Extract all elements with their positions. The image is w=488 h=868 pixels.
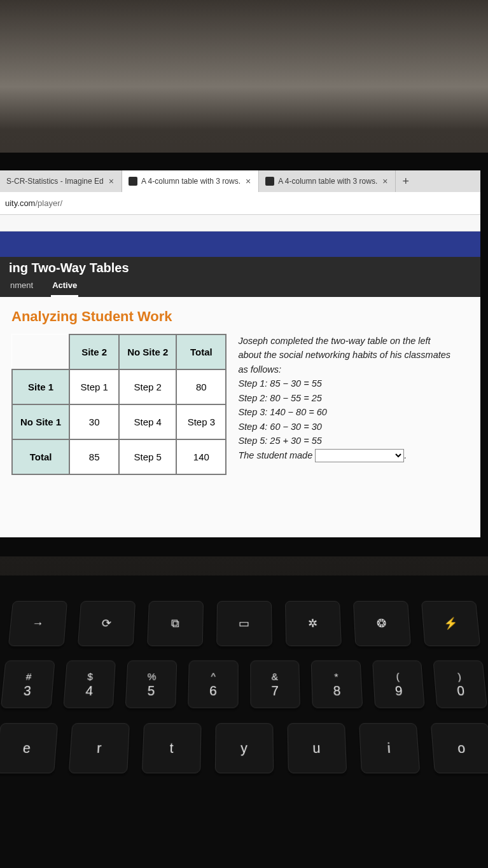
laptop-screen: S-CR-Statistics - Imagine Ed × A 4-colum… bbox=[0, 153, 488, 556]
table-cell: Step 2 bbox=[119, 369, 176, 404]
lesson-tab-active[interactable]: Active bbox=[51, 278, 78, 297]
table-cell: 80 bbox=[176, 369, 226, 404]
row-header: No Site 1 bbox=[12, 404, 69, 439]
key-9[interactable]: (9 bbox=[372, 661, 425, 708]
key-i[interactable]: i bbox=[359, 723, 420, 773]
address-domain: uity.com bbox=[5, 198, 35, 208]
key-7[interactable]: &7 bbox=[250, 661, 300, 708]
table-row: No Site 1 30 Step 4 Step 3 bbox=[12, 404, 226, 439]
app-header-bar bbox=[0, 231, 480, 257]
keyboard-letter-row: e r t y u i o bbox=[0, 723, 488, 773]
key-brightness-down[interactable]: ✲ bbox=[285, 601, 342, 646]
key-5[interactable]: %5 bbox=[125, 661, 177, 708]
section-title: Analyzing Student Work bbox=[11, 308, 469, 325]
lesson-tabs: nment Active bbox=[9, 278, 471, 297]
table-cell: Step 5 bbox=[119, 439, 176, 474]
key-8[interactable]: *8 bbox=[311, 661, 363, 708]
col-header: Total bbox=[176, 334, 226, 369]
favicon-icon bbox=[265, 177, 274, 186]
tab-title: A 4-column table with 3 rows. bbox=[278, 177, 377, 186]
step-line: Step 3: 140 − 80 = 60 bbox=[238, 405, 454, 419]
lesson-header: ing Two-Way Tables nment Active bbox=[0, 257, 480, 297]
table-cell: 30 bbox=[69, 404, 119, 439]
table-row: Total 85 Step 5 140 bbox=[12, 439, 226, 474]
laptop-keyboard: → ⟳ ⧉ ▭ ✲ ❂ ⚡ #3 $4 %5 ^6 &7 *8 (9 )0 e … bbox=[0, 575, 488, 868]
browser-tab-0[interactable]: S-CR-Statistics - Imagine Ed × bbox=[0, 170, 122, 192]
key-e[interactable]: e bbox=[0, 723, 58, 773]
key-brightness-up[interactable]: ❂ bbox=[353, 601, 411, 646]
close-icon[interactable]: × bbox=[381, 176, 389, 186]
key-6[interactable]: ^6 bbox=[188, 661, 238, 708]
step-line: Step 1: 85 − 30 = 55 bbox=[238, 376, 454, 390]
key-0[interactable]: )0 bbox=[433, 661, 487, 708]
step-line: Step 4: 60 − 30 = 30 bbox=[238, 420, 454, 434]
step-line: Step 2: 80 − 55 = 25 bbox=[238, 391, 454, 405]
row-header: Site 1 bbox=[12, 369, 69, 404]
table-cell: 85 bbox=[69, 439, 119, 474]
key-fn[interactable]: ⚡ bbox=[421, 601, 480, 646]
table-cell: Step 3 bbox=[176, 404, 226, 439]
bookmark-bar bbox=[0, 215, 480, 231]
table-cell: 140 bbox=[176, 439, 226, 474]
key-u[interactable]: u bbox=[287, 723, 347, 773]
browser-tab-2[interactable]: A 4-column table with 3 rows. × bbox=[259, 170, 396, 192]
tab-title: A 4-column table with 3 rows. bbox=[141, 177, 241, 186]
col-header: Site 2 bbox=[69, 334, 119, 369]
table-cell: Step 1 bbox=[69, 369, 119, 404]
key-4[interactable]: $4 bbox=[63, 661, 116, 708]
address-bar[interactable]: uity.com/player/ bbox=[0, 192, 480, 215]
explanation-lead: Joseph completed the two-way table on th… bbox=[238, 334, 454, 376]
col-header: No Site 2 bbox=[119, 334, 176, 369]
lesson-tab-assignment[interactable]: nment bbox=[9, 278, 34, 297]
table-cell: Step 4 bbox=[119, 404, 176, 439]
key-fullscreen[interactable]: ▭ bbox=[216, 601, 272, 646]
key-o[interactable]: o bbox=[430, 723, 488, 773]
table-row: Site 1 Step 1 Step 2 80 bbox=[12, 369, 226, 404]
favicon-icon bbox=[129, 177, 137, 186]
key-3[interactable]: #3 bbox=[1, 661, 55, 708]
key-arrow-right[interactable]: → bbox=[8, 601, 67, 646]
table-corner bbox=[12, 334, 69, 369]
explanation-panel: Joseph completed the two-way table on th… bbox=[238, 334, 454, 462]
answer-prompt: The student made . bbox=[238, 448, 454, 462]
address-path: /player/ bbox=[35, 198, 62, 208]
new-tab-button[interactable]: + bbox=[396, 175, 415, 188]
tab-title: S-CR-Statistics - Imagine Ed bbox=[6, 177, 104, 186]
key-overview[interactable]: ⧉ bbox=[147, 601, 204, 646]
close-icon[interactable]: × bbox=[108, 176, 115, 186]
answer-select[interactable] bbox=[315, 449, 404, 462]
browser-tab-1[interactable]: A 4-column table with 3 rows. × bbox=[122, 170, 259, 192]
key-refresh[interactable]: ⟳ bbox=[77, 601, 135, 646]
keyboard-num-row: #3 $4 %5 ^6 &7 *8 (9 )0 bbox=[1, 661, 487, 708]
prompt-text: The student made bbox=[238, 450, 312, 460]
step-line: Step 5: 25 + 30 = 55 bbox=[238, 434, 454, 448]
key-y[interactable]: y bbox=[214, 723, 273, 773]
close-icon[interactable]: × bbox=[244, 176, 252, 186]
two-way-table: Site 2 No Site 2 Total Site 1 Step 1 Ste… bbox=[11, 334, 227, 475]
row-header: Total bbox=[12, 439, 69, 474]
lesson-content: Analyzing Student Work Site 2 No Site 2 … bbox=[0, 297, 480, 556]
browser-tabstrip: S-CR-Statistics - Imagine Ed × A 4-colum… bbox=[0, 170, 480, 192]
keyboard-fn-row: → ⟳ ⧉ ▭ ✲ ❂ ⚡ bbox=[7, 601, 481, 646]
lesson-title: ing Two-Way Tables bbox=[9, 261, 471, 275]
key-t[interactable]: t bbox=[141, 723, 201, 773]
key-r[interactable]: r bbox=[68, 723, 129, 773]
